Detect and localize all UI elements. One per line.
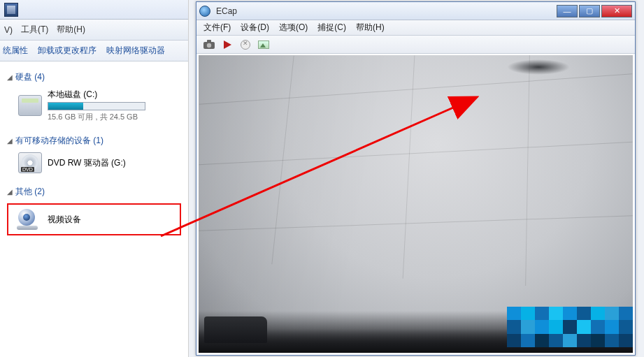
menu-options[interactable]: 选项(O) bbox=[279, 22, 308, 34]
dvd-drive-row[interactable]: DVD RW 驱动器 (G:) bbox=[3, 150, 185, 176]
category-other[interactable]: ◢ 其他 (2) bbox=[3, 183, 185, 201]
capacity-text: 15.6 GB 可用 , 共 24.5 GB bbox=[48, 112, 183, 122]
chevron-down-icon: ◢ bbox=[7, 188, 13, 196]
menu-capture[interactable]: 捕捉(C) bbox=[317, 22, 346, 34]
snapshot-icon[interactable] bbox=[203, 39, 215, 50]
drive-info: 本地磁盘 (C:) 15.6 GB 可用 , 共 24.5 GB bbox=[48, 89, 183, 122]
stop-icon[interactable] bbox=[240, 39, 251, 50]
menu-help[interactable]: 帮助(H) bbox=[356, 22, 385, 34]
category-label: 硬盘 (4) bbox=[15, 71, 45, 83]
video-foreground-object bbox=[204, 316, 267, 343]
ceiling-seam bbox=[199, 73, 633, 104]
category-removable[interactable]: ◢ 有可移动存储的设备 (1) bbox=[3, 132, 185, 150]
svg-rect-1 bbox=[207, 40, 211, 43]
explorer-titlebar[interactable] bbox=[0, 0, 188, 20]
explorer-window: V) 工具(T) 帮助(H) 统属性 卸载或更改程序 映射网络驱动器 ◢ 硬盘 … bbox=[0, 0, 189, 357]
ceiling-seam bbox=[199, 142, 632, 165]
pixelated-overlay bbox=[507, 307, 633, 347]
category-hard-drives[interactable]: ◢ 硬盘 (4) bbox=[3, 68, 185, 86]
capacity-fill bbox=[48, 103, 83, 110]
ceiling-seam bbox=[525, 55, 530, 286]
video-device-name: 视频设备 bbox=[48, 214, 81, 226]
toolbar-map-drive[interactable]: 映射网络驱动器 bbox=[106, 45, 165, 57]
menu-help[interactable]: 帮助(H) bbox=[57, 24, 85, 36]
toolbar-uninstall[interactable]: 卸载或更改程序 bbox=[38, 45, 96, 57]
menu-view[interactable]: V) bbox=[4, 25, 13, 35]
video-preview bbox=[199, 55, 633, 353]
category-label: 其他 (2) bbox=[15, 186, 45, 198]
record-icon[interactable] bbox=[222, 39, 233, 50]
explorer-menubar: V) 工具(T) 帮助(H) bbox=[0, 20, 188, 41]
svg-point-2 bbox=[207, 43, 211, 47]
video-device-row[interactable]: 视频设备 bbox=[7, 203, 181, 235]
chevron-down-icon: ◢ bbox=[7, 73, 13, 81]
hard-drive-icon bbox=[18, 95, 42, 116]
chevron-down-icon: ◢ bbox=[7, 137, 13, 145]
explorer-toolbar: 统属性 卸载或更改程序 映射网络驱动器 bbox=[0, 41, 188, 61]
minimize-button[interactable]: — bbox=[557, 5, 578, 17]
video-shadow bbox=[507, 59, 570, 75]
menu-tools[interactable]: 工具(T) bbox=[21, 24, 48, 36]
ecap-window: ECap — ▢ ✕ 文件(F) 设备(D) 选项(O) 捕捉(C) 帮助(H) bbox=[196, 1, 636, 356]
explorer-body: ◢ 硬盘 (4) 本地磁盘 (C:) 15.6 GB 可用 , 共 24.5 G… bbox=[0, 61, 188, 235]
capacity-bar bbox=[48, 102, 145, 110]
drive-c-row[interactable]: 本地磁盘 (C:) 15.6 GB 可用 , 共 24.5 GB bbox=[3, 86, 185, 125]
ecap-menubar: 文件(F) 设备(D) 选项(O) 捕捉(C) 帮助(H) bbox=[196, 20, 635, 36]
desktop-icon bbox=[4, 3, 18, 17]
ecap-title-text: ECap bbox=[216, 6, 557, 16]
webcam-icon bbox=[17, 209, 41, 230]
ecap-toolbar bbox=[196, 36, 635, 54]
toolbar-system-properties[interactable]: 统属性 bbox=[3, 45, 28, 57]
picture-icon[interactable] bbox=[258, 39, 269, 50]
ceiling-seam bbox=[199, 215, 633, 231]
ecap-titlebar[interactable]: ECap — ▢ ✕ bbox=[196, 2, 635, 20]
maximize-button[interactable]: ▢ bbox=[579, 5, 600, 17]
drive-name: 本地磁盘 (C:) bbox=[48, 89, 183, 101]
ecap-logo-icon bbox=[199, 6, 210, 17]
dvd-drive-icon bbox=[18, 152, 42, 173]
menu-file[interactable]: 文件(F) bbox=[203, 22, 231, 34]
menu-device[interactable]: 设备(D) bbox=[241, 22, 269, 34]
dvd-drive-name: DVD RW 驱动器 (G:) bbox=[48, 157, 183, 169]
category-label: 有可移动存储的设备 (1) bbox=[15, 135, 103, 147]
close-button[interactable]: ✕ bbox=[601, 5, 632, 17]
svg-marker-3 bbox=[224, 41, 231, 49]
